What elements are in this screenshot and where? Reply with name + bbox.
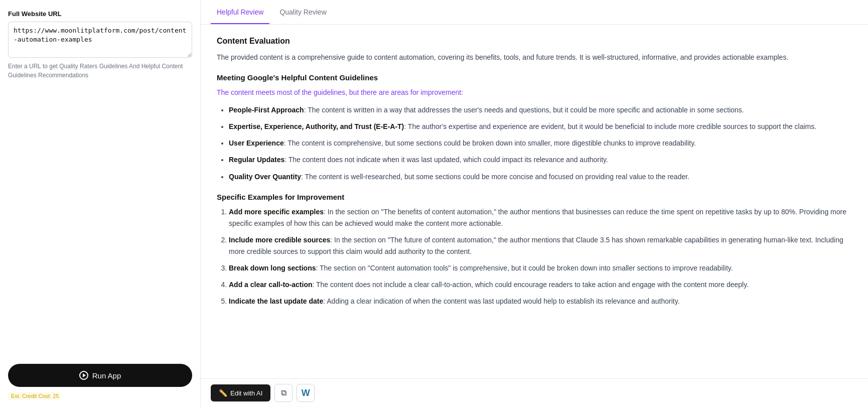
list-item: Include more credible sources: In the se… bbox=[229, 234, 852, 257]
helpful-guidelines-title: Meeting Google's Helpful Content Guideli… bbox=[217, 73, 852, 82]
list-item: User Experience: The content is comprehe… bbox=[229, 138, 852, 149]
intro-text: The provided content is a comprehensive … bbox=[217, 52, 852, 63]
right-panel: Helpful Review Quality Review Content Ev… bbox=[201, 0, 868, 407]
tab-helpful-review[interactable]: Helpful Review bbox=[211, 0, 269, 24]
content-area: Content Evaluation The provided content … bbox=[201, 25, 868, 378]
edit-ai-icon: ✏️ bbox=[219, 389, 227, 397]
meets-text: The content meets most of the guidelines… bbox=[217, 87, 852, 98]
list-item: Break down long sections: The section on… bbox=[229, 262, 852, 274]
wordpress-icon: W bbox=[302, 388, 310, 398]
left-panel: Full Website URL https://www.moonlitplat… bbox=[0, 0, 201, 407]
credit-cost: Est. Credit Cost: 25 bbox=[8, 392, 62, 400]
tab-quality-review[interactable]: Quality Review bbox=[273, 0, 332, 24]
content-evaluation-title: Content Evaluation bbox=[217, 37, 852, 46]
play-icon bbox=[79, 371, 88, 380]
tabs-bar: Helpful Review Quality Review bbox=[201, 0, 868, 25]
url-hint: Enter a URL to get Quality Raters Guidel… bbox=[8, 62, 192, 80]
wordpress-button[interactable]: W bbox=[297, 384, 315, 402]
copy-icon: ⧉ bbox=[281, 388, 286, 397]
list-item: People-First Approach: The content is wr… bbox=[229, 104, 852, 116]
run-button-label: Run App bbox=[92, 371, 121, 380]
numbered-list: Add more specific examples: In the secti… bbox=[229, 206, 852, 308]
url-label: Full Website URL bbox=[8, 10, 192, 18]
list-item: Quality Over Quantity: The content is we… bbox=[229, 171, 852, 183]
bottom-bar: ✏️ Edit with AI ⧉ W bbox=[201, 378, 868, 407]
edit-ai-label: Edit with AI bbox=[230, 389, 262, 397]
list-item: Regular Updates: The content does not in… bbox=[229, 154, 852, 166]
bullet-list: People-First Approach: The content is wr… bbox=[229, 104, 852, 182]
specific-examples-title: Specific Examples for Improvement bbox=[217, 193, 852, 201]
list-item: Add a clear call-to-action: The content … bbox=[229, 279, 852, 291]
list-item: Add more specific examples: In the secti… bbox=[229, 206, 852, 229]
edit-with-ai-button[interactable]: ✏️ Edit with AI bbox=[211, 384, 270, 401]
run-app-button[interactable]: Run App bbox=[8, 364, 192, 387]
list-item: Expertise, Experience, Authority, and Tr… bbox=[229, 121, 852, 132]
list-item: Indicate the last update date: Adding a … bbox=[229, 296, 852, 307]
url-input[interactable]: https://www.moonlitplatform.com/post/con… bbox=[8, 22, 192, 58]
copy-button[interactable]: ⧉ bbox=[274, 384, 293, 402]
